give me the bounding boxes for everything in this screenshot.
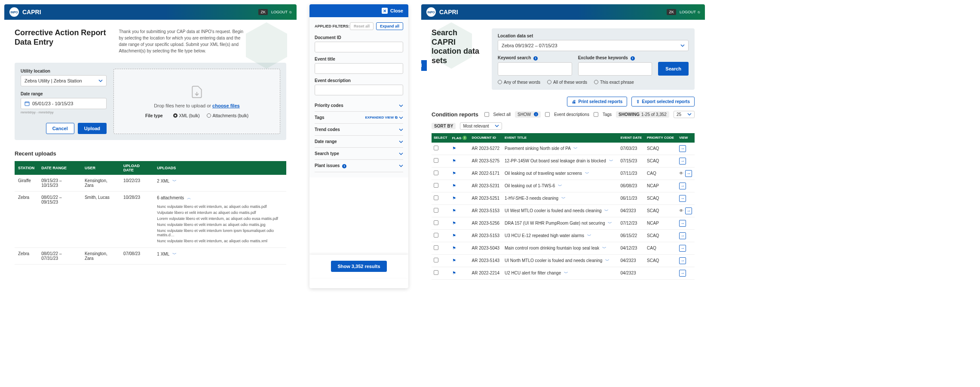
row-checkbox[interactable] bbox=[434, 233, 438, 238]
per-page-select[interactable]: 25 bbox=[674, 111, 695, 118]
radio-attachments[interactable]: Attachments (bulk) bbox=[207, 113, 248, 118]
date-range-section[interactable]: Date range bbox=[315, 136, 403, 148]
radio-all-words[interactable]: All of these words bbox=[547, 80, 587, 85]
flag-icon[interactable]: ⚑ bbox=[452, 258, 456, 263]
export-reports-button[interactable]: ⇪Export selected reports bbox=[631, 97, 695, 107]
keyword-label: Keyword search i bbox=[498, 55, 572, 61]
row-checkbox[interactable] bbox=[434, 171, 438, 175]
exclude-input[interactable] bbox=[578, 62, 652, 76]
view-button[interactable]: → bbox=[679, 220, 686, 227]
sort-select[interactable]: Most relevant bbox=[460, 122, 502, 130]
expand-all-button[interactable]: Expand all bbox=[376, 22, 403, 30]
expand-chevron-icon[interactable]: ﹀ bbox=[602, 245, 606, 251]
search-type-section[interactable]: Search type bbox=[315, 148, 403, 160]
search-button[interactable]: Search bbox=[658, 62, 689, 76]
doc-id-input[interactable] bbox=[315, 42, 403, 52]
expand-chevron-icon[interactable]: ﹀ bbox=[605, 258, 609, 264]
row-checkbox[interactable] bbox=[434, 258, 438, 262]
export-icon: ⇪ bbox=[636, 99, 640, 104]
eye-icon[interactable]: 👁 bbox=[679, 171, 683, 176]
tags-section[interactable]: Tags EXPANDED VIEW ⧉ bbox=[315, 112, 403, 124]
flag-icon[interactable]: ⚑ bbox=[452, 183, 456, 188]
trend-codes-section[interactable]: Trend codes bbox=[315, 124, 403, 136]
flag-icon[interactable]: ⚑ bbox=[452, 233, 456, 238]
show-results-button[interactable]: Show 3,352 results bbox=[331, 261, 386, 272]
view-button[interactable]: → bbox=[685, 207, 692, 214]
flag-icon[interactable]: ⚑ bbox=[452, 158, 456, 163]
expand-chevron-icon[interactable]: ﹀ bbox=[561, 195, 566, 201]
user-badge[interactable]: ZK bbox=[667, 9, 676, 15]
expand-chevron-icon[interactable]: ﹀ bbox=[172, 178, 177, 184]
flag-icon[interactable]: ⚑ bbox=[452, 208, 456, 213]
view-button[interactable]: → bbox=[679, 158, 686, 165]
expand-chevron-icon[interactable]: ﹀ bbox=[558, 183, 562, 189]
location-dataset-select[interactable]: Zebra 09/19/22 – 07/15/23 bbox=[498, 40, 689, 51]
print-reports-button[interactable]: 🖨Print selected reports bbox=[567, 97, 627, 107]
row-checkbox[interactable] bbox=[434, 146, 438, 150]
close-label[interactable]: Close bbox=[390, 8, 403, 13]
row-checkbox[interactable] bbox=[434, 270, 438, 275]
event-date-cell: 04/2323 bbox=[618, 254, 645, 267]
row-checkbox[interactable] bbox=[434, 195, 438, 200]
row-checkbox[interactable] bbox=[434, 245, 438, 250]
logout-button[interactable]: LOGOUT ⎋ bbox=[680, 10, 700, 14]
radio-exact-phrase[interactable]: This exact phrase bbox=[594, 80, 634, 85]
row-checkbox[interactable] bbox=[434, 208, 438, 213]
view-button[interactable]: → bbox=[679, 270, 686, 277]
flag-icon[interactable]: ⚑ bbox=[452, 221, 456, 225]
date-range-input[interactable]: 05/01/23 - 10/15/23 bbox=[21, 98, 107, 109]
flag-icon[interactable]: ⚑ bbox=[452, 196, 456, 201]
attachment-item: Lorem vulputate libero et velit interdum… bbox=[157, 216, 283, 222]
close-icon[interactable]: ✕ bbox=[382, 8, 388, 14]
user-badge[interactable]: ZK bbox=[258, 9, 268, 15]
view-button[interactable]: → bbox=[679, 195, 686, 202]
choose-files-link[interactable]: choose files bbox=[212, 103, 240, 108]
flag-icon[interactable]: ⚑ bbox=[452, 246, 456, 250]
row-checkbox[interactable] bbox=[434, 220, 438, 225]
expanded-view-link[interactable]: EXPANDED VIEW bbox=[365, 116, 394, 119]
flag-icon[interactable]: ⚑ bbox=[452, 271, 456, 275]
plant-issues-section[interactable]: Plant issues i bbox=[315, 160, 403, 172]
utility-select[interactable]: Zebra Utility | Zebra Station bbox=[21, 75, 107, 86]
upload-icon bbox=[190, 85, 204, 99]
flag-icon[interactable]: ⚑ bbox=[452, 146, 456, 151]
view-button[interactable]: → bbox=[685, 170, 692, 177]
row-checkbox[interactable] bbox=[434, 158, 438, 163]
file-type-label: File type bbox=[145, 113, 163, 118]
view-button[interactable]: → bbox=[679, 145, 686, 152]
col-flag[interactable]: FLAGi bbox=[450, 133, 470, 143]
dropzone[interactable]: Drop files here to upload or choose file… bbox=[113, 69, 280, 134]
expand-chevron-icon[interactable]: ﹀ bbox=[585, 171, 589, 177]
table-row: ⚑ AR 2023-5143 UI North MTLO cooler is f… bbox=[432, 254, 695, 267]
cancel-button[interactable]: Cancel bbox=[46, 123, 74, 134]
row-checkbox[interactable] bbox=[434, 183, 438, 188]
expand-chevron-icon[interactable]: ︿ bbox=[187, 195, 191, 201]
event-desc-input[interactable] bbox=[315, 85, 403, 95]
expand-chevron-icon[interactable]: ﹀ bbox=[608, 220, 612, 226]
expand-chevron-icon[interactable]: ﹀ bbox=[604, 208, 609, 214]
eye-icon[interactable]: 👁 bbox=[679, 208, 683, 213]
radio-xml[interactable]: XML (bulk) bbox=[173, 113, 200, 118]
event-title-input[interactable] bbox=[315, 63, 403, 74]
tags-checkbox[interactable] bbox=[594, 112, 598, 117]
view-button[interactable]: → bbox=[679, 183, 686, 189]
upload-button[interactable]: Upload bbox=[78, 123, 107, 134]
expand-chevron-icon[interactable]: ﹀ bbox=[609, 158, 613, 164]
priority-cell: SCAQ bbox=[645, 155, 677, 167]
radio-any-words[interactable]: Any of these words bbox=[498, 80, 540, 85]
view-button[interactable]: → bbox=[679, 232, 686, 239]
keyword-input[interactable] bbox=[498, 62, 572, 76]
view-button[interactable]: → bbox=[679, 257, 686, 264]
expand-chevron-icon[interactable]: ﹀ bbox=[172, 251, 177, 257]
logout-button[interactable]: LOGOUT ⎋ bbox=[271, 10, 291, 14]
expand-chevron-icon[interactable]: ﹀ bbox=[573, 146, 578, 152]
select-all-checkbox[interactable] bbox=[484, 112, 489, 117]
view-button[interactable]: → bbox=[679, 245, 686, 252]
expand-chevron-icon[interactable]: ﹀ bbox=[564, 270, 568, 276]
flag-icon[interactable]: ⚑ bbox=[452, 171, 456, 176]
priority-codes-section[interactable]: Priority codes bbox=[315, 100, 403, 112]
reset-all-button[interactable]: Reset all bbox=[350, 22, 374, 30]
expand-filter-panel-tab[interactable]: ☰ Expand filter panel bbox=[421, 60, 427, 71]
expand-chevron-icon[interactable]: ﹀ bbox=[587, 233, 591, 239]
event-desc-checkbox[interactable] bbox=[545, 112, 550, 117]
